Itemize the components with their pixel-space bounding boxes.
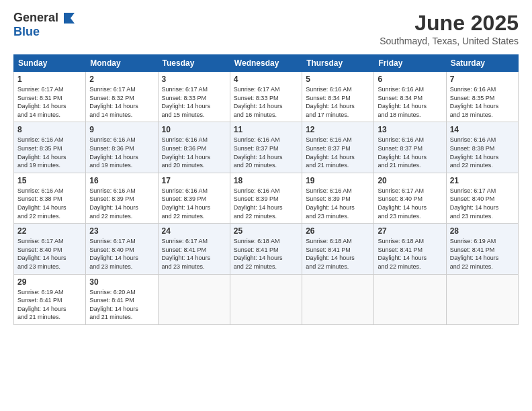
day-info: Sunrise: 6:16 AMSunset: 8:36 PMDaylight:… xyxy=(162,136,226,169)
day-number: 7 xyxy=(450,75,515,84)
day-info: Sunrise: 6:16 AMSunset: 8:37 PMDaylight:… xyxy=(306,136,370,169)
day-info: Sunrise: 6:16 AMSunset: 8:39 PMDaylight:… xyxy=(89,187,154,220)
day-info: Sunrise: 6:16 AMSunset: 8:37 PMDaylight:… xyxy=(378,136,442,169)
table-row: 21 Sunrise: 6:17 AMSunset: 8:40 PMDaylig… xyxy=(446,173,518,223)
day-number: 19 xyxy=(306,176,370,185)
day-number: 14 xyxy=(450,125,515,134)
col-friday: Friday xyxy=(374,55,446,72)
logo-blue-text: Blue xyxy=(13,25,40,39)
day-number: 21 xyxy=(450,176,515,185)
day-number: 2 xyxy=(89,75,154,84)
day-info: Sunrise: 6:16 AMSunset: 8:35 PMDaylight:… xyxy=(450,85,515,119)
table-row: 10 Sunrise: 6:16 AMSunset: 8:36 PMDaylig… xyxy=(158,122,230,173)
day-number: 18 xyxy=(234,176,298,185)
day-info: Sunrise: 6:19 AMSunset: 8:41 PMDaylight:… xyxy=(450,237,515,271)
day-number: 5 xyxy=(306,75,370,84)
title-block: June 2025 Southmayd, Texas, United State… xyxy=(380,11,519,46)
calendar-table: Sunday Monday Tuesday Wednesday Thursday… xyxy=(13,54,519,325)
day-info: Sunrise: 6:18 AMSunset: 8:41 PMDaylight:… xyxy=(378,237,442,271)
day-info: Sunrise: 6:17 AMSunset: 8:41 PMDaylight:… xyxy=(162,237,226,271)
day-number: 27 xyxy=(378,226,442,236)
day-number: 11 xyxy=(234,125,298,134)
day-number: 1 xyxy=(17,75,82,84)
table-row: 5 Sunrise: 6:16 AMSunset: 8:34 PMDayligh… xyxy=(302,72,374,122)
day-info: Sunrise: 6:16 AMSunset: 8:34 PMDaylight:… xyxy=(306,85,370,119)
day-number: 26 xyxy=(306,226,370,236)
col-wednesday: Wednesday xyxy=(230,55,302,72)
table-row: 24 Sunrise: 6:17 AMSunset: 8:41 PMDaylig… xyxy=(158,224,230,274)
day-info: Sunrise: 6:18 AMSunset: 8:41 PMDaylight:… xyxy=(234,237,298,271)
col-sunday: Sunday xyxy=(14,55,86,72)
day-info: Sunrise: 6:16 AMSunset: 8:35 PMDaylight:… xyxy=(17,136,82,169)
day-number: 15 xyxy=(17,176,82,185)
table-row: 27 Sunrise: 6:18 AMSunset: 8:41 PMDaylig… xyxy=(374,224,446,274)
day-info: Sunrise: 6:16 AMSunset: 8:34 PMDaylight:… xyxy=(378,85,442,119)
day-number: 10 xyxy=(162,125,226,134)
day-number: 8 xyxy=(17,125,82,134)
svg-marker-0 xyxy=(64,13,75,24)
page: General Blue June 2025 Southmayd, Texas,… xyxy=(0,0,532,411)
table-row: 17 Sunrise: 6:16 AMSunset: 8:39 PMDaylig… xyxy=(158,173,230,223)
day-info: Sunrise: 6:17 AMSunset: 8:40 PMDaylight:… xyxy=(89,237,154,271)
day-info: Sunrise: 6:20 AMSunset: 8:41 PMDaylight:… xyxy=(89,288,154,322)
day-info: Sunrise: 6:17 AMSunset: 8:40 PMDaylight:… xyxy=(450,187,515,220)
day-info: Sunrise: 6:17 AMSunset: 8:40 PMDaylight:… xyxy=(17,237,82,271)
logo: General Blue xyxy=(13,11,77,39)
table-row xyxy=(446,274,518,324)
table-row: 2 Sunrise: 6:17 AMSunset: 8:32 PMDayligh… xyxy=(86,72,158,122)
day-info: Sunrise: 6:17 AMSunset: 8:33 PMDaylight:… xyxy=(162,85,226,119)
table-row: 16 Sunrise: 6:16 AMSunset: 8:39 PMDaylig… xyxy=(86,173,158,223)
table-row: 14 Sunrise: 6:16 AMSunset: 8:38 PMDaylig… xyxy=(446,122,518,173)
day-number: 29 xyxy=(17,277,82,287)
table-row xyxy=(302,274,374,324)
day-info: Sunrise: 6:16 AMSunset: 8:39 PMDaylight:… xyxy=(306,187,370,220)
day-info: Sunrise: 6:19 AMSunset: 8:41 PMDaylight:… xyxy=(17,288,82,322)
day-info: Sunrise: 6:16 AMSunset: 8:38 PMDaylight:… xyxy=(17,187,82,220)
logo-flag-icon xyxy=(61,11,77,25)
table-row: 9 Sunrise: 6:16 AMSunset: 8:36 PMDayligh… xyxy=(86,122,158,173)
table-row xyxy=(158,274,230,324)
day-number: 17 xyxy=(162,176,226,185)
table-row: 13 Sunrise: 6:16 AMSunset: 8:37 PMDaylig… xyxy=(374,122,446,173)
col-monday: Monday xyxy=(86,55,158,72)
day-number: 22 xyxy=(17,226,82,236)
table-row: 7 Sunrise: 6:16 AMSunset: 8:35 PMDayligh… xyxy=(446,72,518,122)
table-row: 8 Sunrise: 6:16 AMSunset: 8:35 PMDayligh… xyxy=(14,122,86,173)
table-row: 23 Sunrise: 6:17 AMSunset: 8:40 PMDaylig… xyxy=(86,224,158,274)
day-number: 9 xyxy=(89,125,154,134)
table-row: 4 Sunrise: 6:17 AMSunset: 8:33 PMDayligh… xyxy=(230,72,302,122)
table-row: 20 Sunrise: 6:17 AMSunset: 8:40 PMDaylig… xyxy=(374,173,446,223)
day-number: 23 xyxy=(89,226,154,236)
day-number: 4 xyxy=(234,75,298,84)
day-number: 28 xyxy=(450,226,515,236)
day-info: Sunrise: 6:17 AMSunset: 8:31 PMDaylight:… xyxy=(17,85,82,119)
day-number: 6 xyxy=(378,75,442,84)
table-row: 3 Sunrise: 6:17 AMSunset: 8:33 PMDayligh… xyxy=(158,72,230,122)
table-row: 30 Sunrise: 6:20 AMSunset: 8:41 PMDaylig… xyxy=(86,274,158,324)
location-subtitle: Southmayd, Texas, United States xyxy=(380,36,519,46)
day-number: 20 xyxy=(378,176,442,185)
table-row: 18 Sunrise: 6:16 AMSunset: 8:39 PMDaylig… xyxy=(230,173,302,223)
logo-general-text: General xyxy=(13,11,58,25)
table-row: 6 Sunrise: 6:16 AMSunset: 8:34 PMDayligh… xyxy=(374,72,446,122)
day-info: Sunrise: 6:16 AMSunset: 8:36 PMDaylight:… xyxy=(89,136,154,169)
day-number: 3 xyxy=(162,75,226,84)
table-row: 22 Sunrise: 6:17 AMSunset: 8:40 PMDaylig… xyxy=(14,224,86,274)
day-number: 24 xyxy=(162,226,226,236)
table-row: 1 Sunrise: 6:17 AMSunset: 8:31 PMDayligh… xyxy=(14,72,86,122)
day-number: 30 xyxy=(89,277,154,287)
table-row xyxy=(374,274,446,324)
day-number: 16 xyxy=(89,176,154,185)
day-info: Sunrise: 6:16 AMSunset: 8:39 PMDaylight:… xyxy=(162,187,226,220)
day-info: Sunrise: 6:16 AMSunset: 8:39 PMDaylight:… xyxy=(234,187,298,220)
table-row: 29 Sunrise: 6:19 AMSunset: 8:41 PMDaylig… xyxy=(14,274,86,324)
day-info: Sunrise: 6:16 AMSunset: 8:37 PMDaylight:… xyxy=(234,136,298,169)
day-number: 25 xyxy=(234,226,298,236)
day-info: Sunrise: 6:18 AMSunset: 8:41 PMDaylight:… xyxy=(306,237,370,271)
col-thursday: Thursday xyxy=(302,55,374,72)
day-info: Sunrise: 6:17 AMSunset: 8:32 PMDaylight:… xyxy=(89,85,154,119)
day-number: 12 xyxy=(306,125,370,134)
table-row: 25 Sunrise: 6:18 AMSunset: 8:41 PMDaylig… xyxy=(230,224,302,274)
table-row: 12 Sunrise: 6:16 AMSunset: 8:37 PMDaylig… xyxy=(302,122,374,173)
header: General Blue June 2025 Southmayd, Texas,… xyxy=(13,11,519,46)
